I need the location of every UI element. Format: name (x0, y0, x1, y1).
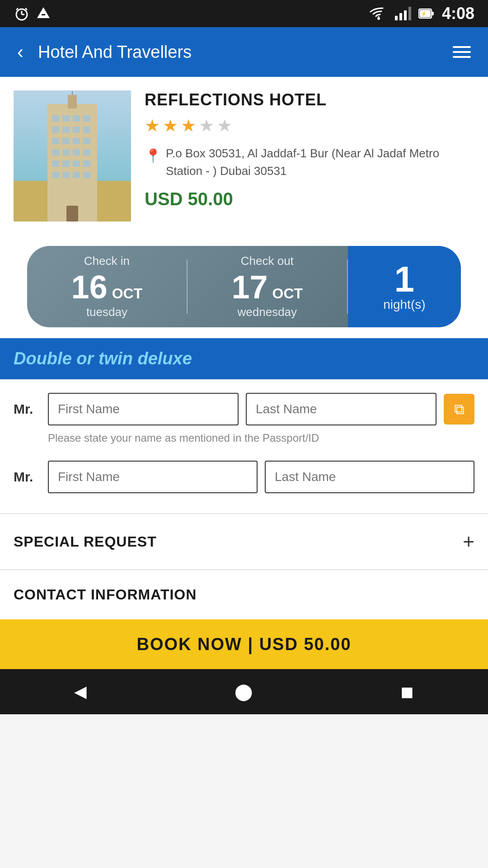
bottom-navigation: ◀ ⬤ ◼ (0, 669, 488, 714)
svg-rect-28 (62, 138, 70, 144)
svg-rect-39 (52, 172, 59, 178)
status-icons-left (14, 5, 52, 22)
svg-rect-41 (73, 172, 80, 178)
status-bar: ⚡ 4:08 (0, 0, 488, 27)
svg-rect-25 (73, 127, 80, 133)
nav-home-button[interactable]: ⬤ (235, 682, 253, 701)
svg-rect-36 (62, 160, 70, 167)
nav-recent-button[interactable]: ◼ (400, 682, 414, 701)
star-2: ★ (163, 116, 178, 136)
checkout-section: Check out 17 OCT wednesday (188, 246, 347, 327)
room-type-banner: Double or twin deluxe (0, 338, 488, 379)
copy-button[interactable]: ⧉ (444, 394, 474, 425)
checkin-label: Check in (84, 254, 130, 268)
svg-rect-42 (83, 172, 90, 178)
page-title: Hotel And Travellers (38, 42, 438, 62)
nights-count: 1 (394, 261, 415, 297)
hotel-name: REFLECTIONS HOTEL (145, 90, 474, 109)
checkout-label: Check out (241, 254, 294, 268)
hotel-image (14, 90, 131, 222)
contact-info-title: CONTACT INFORMATION (14, 586, 197, 603)
book-now-button[interactable]: BOOK NOW | USD 50.00 (0, 619, 488, 669)
wifi-icon (370, 7, 388, 20)
menu-line-2 (453, 51, 471, 53)
hotel-card: REFLECTIONS HOTEL ★ ★ ★ ★ ★ 📍 P.o Box 30… (0, 77, 488, 235)
svg-rect-26 (83, 127, 90, 133)
star-5: ★ (217, 116, 232, 136)
svg-rect-10 (408, 7, 411, 20)
svg-rect-30 (83, 138, 90, 144)
svg-rect-32 (62, 149, 70, 156)
svg-rect-35 (52, 160, 59, 167)
status-icons-right: ⚡ 4:08 (370, 4, 474, 23)
nights-section: 1 night(s) (348, 246, 461, 327)
passport-note: Please state your name as mentioned in t… (14, 432, 474, 444)
svg-rect-7 (395, 16, 398, 20)
menu-line-1 (453, 46, 471, 48)
svg-rect-37 (73, 160, 80, 167)
battery-icon: ⚡ (418, 8, 435, 19)
location-icon: 📍 (145, 146, 161, 166)
hotel-info: REFLECTIONS HOTEL ★ ★ ★ ★ ★ 📍 P.o Box 30… (145, 90, 474, 209)
traveller-row-1: Mr. ⧉ (14, 393, 474, 425)
salutation-1: Mr. (14, 401, 41, 417)
add-special-request-icon[interactable]: + (463, 530, 474, 553)
svg-rect-18 (68, 95, 77, 108)
special-request-section[interactable]: SPECIAL REQUEST + (0, 513, 488, 569)
svg-rect-9 (404, 10, 407, 20)
svg-rect-12 (432, 12, 434, 15)
last-name-input-1[interactable] (246, 393, 436, 425)
svg-line-3 (16, 8, 18, 10)
svg-line-4 (25, 8, 27, 10)
salutation-2: Mr. (14, 469, 41, 485)
svg-rect-20 (62, 115, 70, 122)
contact-info-section: CONTACT INFORMATION (0, 569, 488, 619)
checkout-month: OCT (272, 285, 303, 302)
last-name-input-2[interactable] (265, 461, 474, 493)
checkin-day: 16 (71, 271, 108, 303)
menu-line-3 (453, 56, 471, 58)
svg-point-6 (377, 17, 380, 20)
star-3: ★ (181, 116, 196, 136)
svg-rect-29 (73, 138, 80, 144)
date-bar: Check in 16 OCT tuesday Check out 17 OCT… (27, 246, 461, 327)
room-type-text: Double or twin deluxe (14, 349, 192, 368)
hotel-price: USD 50.00 (145, 189, 474, 209)
hotel-stars: ★ ★ ★ ★ ★ (145, 116, 474, 136)
traveller-row-2: Mr. (14, 461, 474, 493)
back-button[interactable]: ‹ (14, 38, 27, 66)
alarm-icon (14, 5, 30, 22)
checkout-day: 17 (231, 271, 267, 303)
svg-rect-24 (62, 127, 70, 133)
star-1: ★ (145, 116, 160, 136)
hotel-address-text: P.o Box 30531, Al Jaddaf-1 Bur (Near Al … (166, 145, 474, 180)
checkout-weekday: wednesday (238, 305, 297, 319)
checkin-date: 16 OCT (71, 271, 143, 303)
hotel-address: 📍 P.o Box 30531, Al Jaddaf-1 Bur (Near A… (145, 145, 474, 180)
svg-rect-31 (52, 149, 59, 156)
notification-icon (35, 5, 52, 22)
checkin-month: OCT (112, 285, 143, 302)
svg-rect-21 (73, 115, 80, 122)
svg-rect-34 (83, 149, 90, 156)
svg-rect-38 (83, 160, 90, 167)
checkout-date: 17 OCT (231, 271, 303, 303)
signal-icon (395, 7, 411, 20)
nights-label: night(s) (383, 297, 425, 312)
traveller-form: Mr. ⧉ Please state your name as mentione… (0, 379, 488, 513)
menu-button[interactable] (449, 42, 474, 61)
svg-rect-19 (52, 115, 59, 122)
book-now-label: BOOK NOW | USD 50.00 (136, 635, 351, 654)
app-header: ‹ Hotel And Travellers (0, 27, 488, 77)
time-display: 4:08 (442, 4, 474, 23)
first-name-input-2[interactable] (48, 461, 258, 493)
svg-text:⚡: ⚡ (421, 10, 427, 17)
svg-rect-23 (52, 127, 59, 133)
nav-back-button[interactable]: ◀ (74, 682, 87, 701)
svg-rect-22 (83, 115, 90, 122)
svg-rect-5 (42, 14, 45, 15)
checkin-weekday: tuesday (86, 305, 127, 319)
first-name-input-1[interactable] (48, 393, 239, 425)
star-4: ★ (199, 116, 214, 136)
checkin-section: Check in 16 OCT tuesday (27, 246, 187, 327)
